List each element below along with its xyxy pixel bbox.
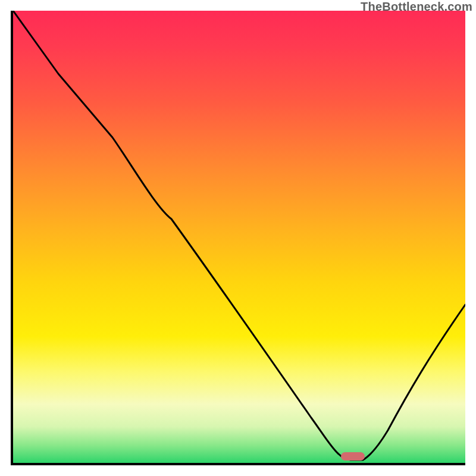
plot-area xyxy=(11,11,465,465)
chart-container: TheBottleneck.com xyxy=(0,0,476,476)
bottleneck-curve xyxy=(13,11,465,463)
curve-path xyxy=(13,11,465,460)
optimal-marker xyxy=(341,452,365,461)
